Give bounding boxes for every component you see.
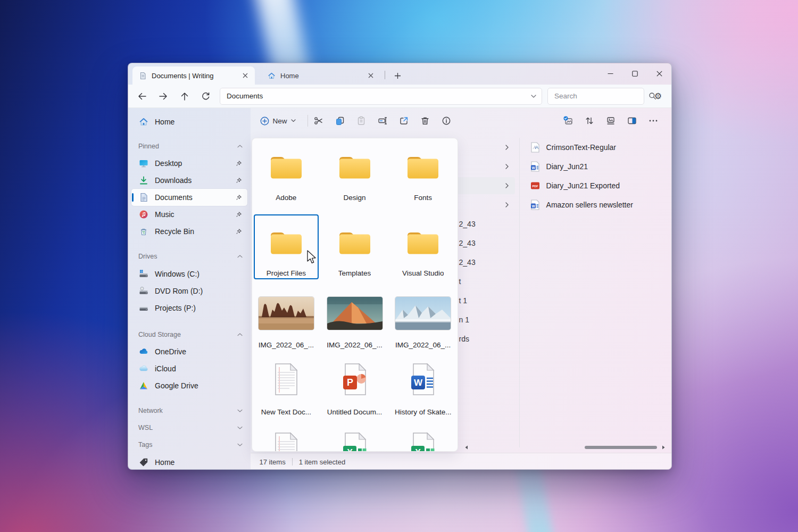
text-file-icon	[273, 363, 299, 396]
grid-item-partial-text-file[interactable]	[252, 427, 321, 452]
sidebar-item-tag-home[interactable]: Home	[128, 454, 251, 470]
preview-pane-button[interactable]	[622, 112, 642, 130]
grid-item-templates[interactable]: Templates	[322, 214, 387, 279]
sidebar-item-onedrive[interactable]: OneDrive	[128, 343, 251, 360]
section-header-drives[interactable]: Drives	[128, 248, 251, 265]
new-tab-button[interactable]	[390, 68, 405, 83]
documents-icon	[139, 193, 148, 202]
list-row[interactable]: t	[458, 272, 519, 291]
grid-item-design[interactable]: Design	[322, 139, 387, 204]
folder-icon	[338, 153, 372, 181]
preview-file-crimsontext[interactable]: CrimsonText-Regular	[520, 138, 666, 157]
search-input[interactable]	[550, 92, 649, 100]
word-file-icon	[530, 161, 540, 172]
rename-button[interactable]	[373, 112, 392, 130]
grid-item-partial-excel-file[interactable]	[320, 427, 389, 452]
grid-item-project-files-selected[interactable]: Project Files	[254, 214, 319, 279]
refresh-button[interactable]	[200, 90, 212, 103]
preview-file-diary-jun21-exported[interactable]: Diary_Jun21 Exported	[520, 176, 666, 195]
section-header-network[interactable]: Network	[128, 402, 251, 419]
sidebar-item-projects-p[interactable]: Projects (P:)	[128, 300, 251, 317]
delete-button[interactable]	[415, 112, 435, 130]
info-button[interactable]	[437, 112, 456, 130]
gallery-view-button[interactable]	[601, 112, 620, 130]
scroll-right-arrow[interactable]	[661, 445, 666, 450]
section-header-cloud-storage[interactable]: Cloud Storage	[128, 326, 251, 343]
cut-button[interactable]	[309, 112, 328, 130]
preview-file-amazon-newsletter[interactable]: Amazon sellers newsletter	[520, 195, 666, 214]
grid-item-untitled-document[interactable]: Untitled Docum...	[322, 353, 387, 427]
preview-file-diary-jun21[interactable]: Diary_Jun21	[520, 157, 666, 176]
sidebar-item-icloud[interactable]: iCloud	[128, 360, 251, 377]
grid-item-partial-excel-file[interactable]	[389, 427, 458, 452]
chevron-up-icon[interactable]	[237, 255, 243, 258]
sort-button[interactable]	[580, 112, 599, 130]
chevron-right-icon	[505, 183, 509, 188]
grid-item-visual-studio[interactable]: Visual Studio	[390, 214, 455, 279]
list-row[interactable]	[458, 195, 519, 214]
sidebar-item-home[interactable]: Home	[128, 113, 251, 130]
section-header-tags[interactable]: Tags	[128, 436, 251, 453]
chevron-up-icon[interactable]	[237, 333, 243, 336]
scrollbar-thumb[interactable]	[585, 446, 657, 449]
list-row[interactable]: 2_43	[458, 214, 519, 234]
window-controls	[598, 63, 671, 84]
pin-icon	[236, 177, 242, 184]
sidebar-item-windows-c[interactable]: Windows (C:)	[128, 265, 251, 282]
copy-button[interactable]	[330, 112, 350, 130]
list-row[interactable]: 2_43	[458, 234, 519, 253]
share-button[interactable]	[394, 112, 413, 130]
sidebar-item-recycle-bin[interactable]: Recycle Bin	[128, 223, 251, 240]
grid-item-image-sunset-peak[interactable]: IMG_2022_06_...	[320, 288, 389, 352]
folder-icon	[269, 153, 303, 181]
sidebar-item-music[interactable]: Music	[128, 206, 251, 223]
address-chevron-down-icon[interactable]	[531, 95, 536, 98]
tab-divider	[385, 71, 385, 79]
list-row[interactable]: n 1	[458, 310, 519, 329]
grid-item-new-text-doc[interactable]: New Text Doc...	[254, 353, 319, 427]
select-items-button[interactable]	[559, 112, 578, 130]
grid-item-adobe[interactable]: Adobe	[254, 139, 319, 204]
chevron-down-icon[interactable]	[237, 426, 243, 429]
list-row[interactable]: 2_43	[458, 253, 519, 272]
forward-button[interactable]	[157, 90, 170, 103]
grid-item-history-of-skate[interactable]: History of Skate...	[390, 353, 455, 427]
chevron-down-icon[interactable]	[237, 443, 243, 446]
pin-icon	[236, 228, 242, 235]
close-button[interactable]	[647, 63, 671, 84]
list-row-highlighted[interactable]	[458, 176, 519, 195]
grid-item-image-desert[interactable]: IMG_2022_06_...	[252, 288, 321, 352]
tab-close-icon[interactable]	[365, 70, 376, 81]
maximize-button[interactable]	[622, 63, 647, 84]
section-header-pinned[interactable]: Pinned	[128, 138, 251, 155]
address-bar[interactable]: Documents	[220, 88, 542, 105]
sidebar-item-dvd-d[interactable]: DVD Rom (D:)	[128, 282, 251, 300]
grid-item-fonts[interactable]: Fonts	[390, 139, 455, 204]
minimize-button[interactable]	[598, 63, 622, 84]
tab-home[interactable]: Home	[261, 66, 380, 85]
up-button[interactable]	[178, 90, 191, 103]
sidebar-item-google-drive[interactable]: Google Drive	[128, 377, 251, 394]
powerpoint-file-icon	[342, 363, 368, 396]
new-button-label: New	[273, 117, 287, 125]
items-count: 17 items	[260, 458, 286, 466]
tab-close-icon[interactable]	[240, 70, 251, 81]
settings-gear-icon[interactable]: ⚙	[651, 89, 666, 104]
list-row[interactable]	[458, 138, 519, 157]
list-row[interactable]	[458, 157, 519, 176]
grid-item-image-snow-mountains[interactable]: IMG_2022_06_...	[389, 288, 458, 352]
more-options-button[interactable]	[644, 112, 663, 130]
sidebar-item-desktop[interactable]: Desktop	[128, 155, 251, 172]
tab-documents-writing[interactable]: Documents | Writing	[132, 66, 255, 85]
sidebar-item-downloads[interactable]: Downloads	[128, 172, 251, 189]
section-header-wsl[interactable]: WSL	[128, 419, 251, 436]
chevron-down-icon[interactable]	[237, 409, 243, 412]
chevron-up-icon[interactable]	[237, 145, 243, 148]
list-row[interactable]: rds	[458, 329, 519, 348]
list-row[interactable]: t 1	[458, 291, 519, 310]
new-button[interactable]: New	[255, 112, 301, 130]
navigation-bar: Documents ⚙	[128, 85, 671, 108]
back-button[interactable]	[136, 90, 148, 103]
sidebar-item-documents[interactable]: Documents	[131, 189, 247, 206]
paste-button[interactable]	[352, 112, 371, 130]
